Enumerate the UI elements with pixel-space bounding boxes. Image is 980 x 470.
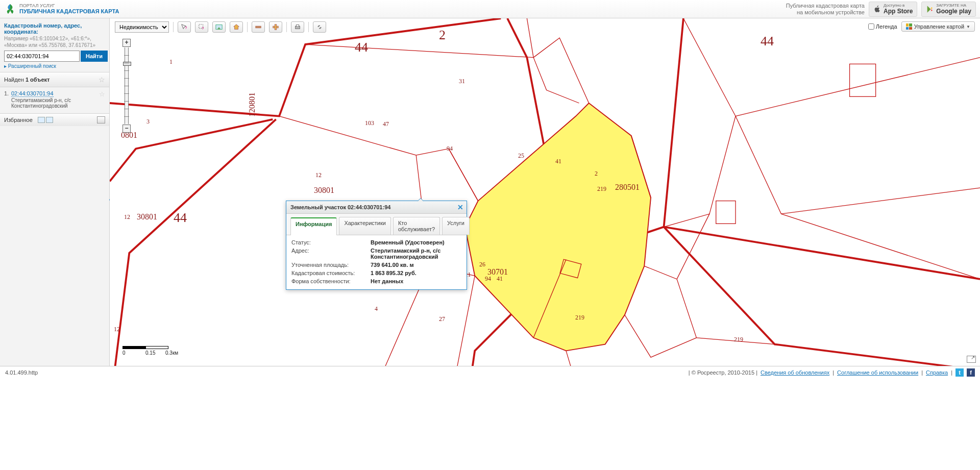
popup-close-icon[interactable]: ✕ bbox=[457, 203, 463, 211]
logo[interactable]: ПОРТАЛ УСЛУГ ПУБЛИЧНАЯ КАДАСТРОВАЯ КАРТА bbox=[4, 3, 119, 15]
search-input[interactable] bbox=[4, 51, 80, 62]
layer-select[interactable]: Недвижимость bbox=[115, 21, 169, 33]
result-sub: Стерлитамакский р-н, с/с Константиноград… bbox=[11, 97, 105, 109]
fullscreen-icon[interactable] bbox=[967, 356, 976, 363]
star-all-icon[interactable]: ☆ bbox=[99, 76, 105, 84]
legend-checkbox[interactable]: Легенда bbox=[868, 23, 897, 30]
star-icon[interactable]: ☆ bbox=[99, 90, 105, 98]
label-120801: 120801 bbox=[248, 92, 257, 117]
favorites-bar: Избранное bbox=[0, 113, 109, 126]
agreement-link[interactable]: Соглашение об использовании bbox=[837, 369, 918, 376]
svg-rect-10 bbox=[850, 64, 876, 96]
collapse-fav-icon[interactable] bbox=[97, 116, 105, 123]
footer: 4.01.499.http | © Росреестр, 2010-2015 |… bbox=[0, 366, 980, 379]
tab-service[interactable]: Кто обслуживает? bbox=[393, 217, 440, 235]
portal-subtitle: ПОРТАЛ УСЛУГ bbox=[19, 4, 119, 9]
mobile-promo: Публичная кадастровая карта на мобильном… bbox=[786, 3, 865, 15]
label-big-2: 2 bbox=[439, 28, 446, 43]
svg-text:?: ? bbox=[202, 26, 204, 31]
info-popup: Земельный участок 02:44:030701:94 ✕ Инфо… bbox=[286, 201, 467, 290]
zoom-extent-tool[interactable] bbox=[212, 21, 226, 33]
svg-rect-6 bbox=[275, 24, 277, 30]
map[interactable]: Недвижимость ? ? Легенда Управление карт… bbox=[110, 18, 980, 366]
svg-text:?: ? bbox=[185, 26, 187, 30]
apple-icon bbox=[873, 5, 881, 13]
googleplay-icon bbox=[926, 5, 934, 13]
scale-bar: 00.150.3км bbox=[122, 346, 178, 356]
label-big-44a: 44 bbox=[355, 40, 368, 55]
label-30801a: 30801 bbox=[137, 212, 157, 221]
favorites-label: Избранное bbox=[4, 117, 33, 123]
measure-area-tool[interactable] bbox=[269, 21, 282, 33]
popup-tabs: Информация Характеристики Кто обслуживае… bbox=[286, 214, 467, 235]
link-tool[interactable] bbox=[313, 21, 326, 33]
tab-info[interactable]: Информация bbox=[290, 217, 337, 235]
version-label: 4.01.499.http bbox=[5, 369, 38, 376]
updates-link[interactable]: Сведения об обновлениях bbox=[761, 369, 829, 376]
twitter-icon[interactable] bbox=[955, 368, 964, 377]
search-title: Кадастровый номер, адрес, координата: bbox=[4, 22, 105, 35]
facebook-icon[interactable] bbox=[967, 368, 975, 377]
search-example: Например «61:6:10104:12», «61:6:*», «Мос… bbox=[4, 36, 105, 48]
svg-rect-11 bbox=[716, 201, 736, 224]
app-header: ПОРТАЛ УСЛУГ ПУБЛИЧНАЯ КАДАСТРОВАЯ КАРТА… bbox=[0, 0, 980, 18]
identify-tool[interactable]: ? bbox=[178, 21, 191, 33]
results-header: Найден 1 объект ☆ bbox=[0, 72, 109, 87]
tab-characteristics[interactable]: Характеристики bbox=[339, 217, 391, 235]
tab-uslugi[interactable]: Услуги bbox=[442, 217, 470, 235]
search-button[interactable]: Найти bbox=[81, 51, 108, 62]
cadastral-map-svg bbox=[110, 18, 980, 366]
zoom-track[interactable] bbox=[125, 47, 129, 124]
svg-rect-8 bbox=[296, 25, 299, 27]
label-big-44b: 44 bbox=[174, 210, 187, 226]
measure-length-tool[interactable] bbox=[252, 21, 265, 33]
layers-icon bbox=[906, 23, 912, 30]
result-link[interactable]: 02:44:030701:94 bbox=[11, 90, 54, 97]
sidebar: Кадастровый номер, адрес, координата: На… bbox=[0, 18, 110, 366]
appstore-badge[interactable]: Доступно вApp Store bbox=[869, 2, 917, 17]
label-280501: 280501 bbox=[615, 183, 640, 192]
zoom-in-button[interactable]: + bbox=[122, 39, 131, 47]
result-item[interactable]: 1. 02:44:030701:94 Стерлитамакский р-н, … bbox=[0, 87, 109, 113]
import-icon[interactable] bbox=[38, 117, 45, 123]
label-big-44c: 44 bbox=[761, 34, 774, 49]
select-tool[interactable]: ? bbox=[195, 21, 208, 33]
advanced-search-link[interactable]: Расширенный поиск bbox=[4, 63, 56, 69]
portal-title: ПУБЛИЧНАЯ КАДАСТРОВАЯ КАРТА bbox=[19, 8, 119, 14]
layer-manage-button[interactable]: Управление картой ▼ bbox=[901, 21, 975, 32]
export-icon[interactable] bbox=[46, 117, 53, 123]
home-tool[interactable] bbox=[230, 21, 243, 33]
logo-icon bbox=[4, 3, 16, 15]
zoom-control[interactable]: + − bbox=[122, 39, 131, 133]
googleplay-badge[interactable]: ЗАГРУЗИТЕ НАGoogle play bbox=[921, 2, 976, 17]
zoom-out-button[interactable]: − bbox=[122, 125, 131, 133]
help-link[interactable]: Справка bbox=[926, 369, 948, 376]
popup-body[interactable]: Статус:Временный (Удостоверен) Адрес:Сте… bbox=[286, 235, 467, 289]
print-tool[interactable] bbox=[291, 21, 304, 33]
popup-title[interactable]: Земельный участок 02:44:030701:94 ✕ bbox=[286, 201, 467, 214]
map-toolbar: Недвижимость ? ? bbox=[115, 21, 326, 33]
label-30801b: 30801 bbox=[314, 186, 334, 195]
